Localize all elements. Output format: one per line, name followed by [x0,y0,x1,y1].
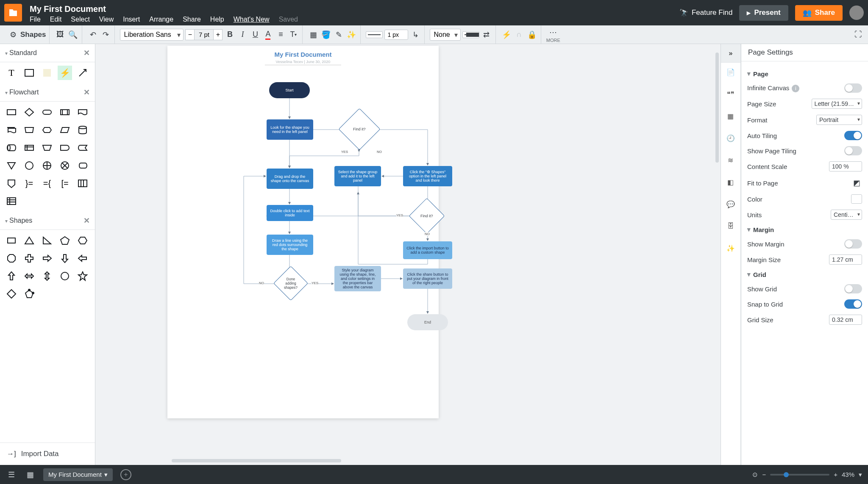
layers-tab-icon[interactable]: ≋ [726,155,736,165]
underline-icon[interactable]: U [250,29,261,40]
node-end[interactable]: End [407,314,448,330]
sh-pent[interactable] [58,233,72,248]
search-icon[interactable]: 🔍 [67,29,78,40]
node-look-shape[interactable]: Look for the shape you need in the left … [267,119,313,140]
fc-db[interactable] [75,123,90,137]
margin-section-h[interactable]: Margin [753,226,774,233]
app-logo[interactable] [4,4,22,22]
fc-intern[interactable] [22,141,36,155]
zoom-out-button[interactable]: − [762,471,766,478]
font-size-value[interactable]: 7 pt [195,29,213,40]
history-tab-icon[interactable]: 🕘 [726,133,736,143]
snap-grid-toggle[interactable] [844,299,862,309]
menu-whatsnew[interactable]: What's New [234,16,270,23]
zoom-slider[interactable] [770,474,829,476]
fill-select[interactable]: None [430,29,460,41]
bolt-icon[interactable]: ⚡ [501,29,512,40]
page-size-select[interactable]: Letter (21.59… [812,99,862,109]
fc-data[interactable] [58,123,72,137]
fullscreen-icon[interactable]: ⛶ [853,29,864,40]
menu-view[interactable]: View [99,16,114,23]
fill-icon[interactable]: 🪣 [320,29,331,40]
bold-icon[interactable]: B [224,29,235,40]
quote-tab-icon[interactable]: ❝❞ [726,89,736,99]
border-color-icon[interactable]: ✎ [333,29,344,40]
auto-tiling-toggle[interactable] [844,131,862,140]
user-avatar[interactable] [849,6,864,20]
node-select-group[interactable]: Select the shape group and add it to the… [334,166,381,186]
sh-circle[interactable] [58,269,72,283]
node-drag-drop[interactable]: Drag and drop the shape onto the canvas [267,169,313,189]
import-data-button[interactable]: →] Import Data [0,443,95,465]
sh-arrow-ud[interactable] [40,269,54,283]
show-tiling-toggle[interactable] [844,146,862,155]
redo-icon[interactable]: ↷ [100,29,111,40]
swap-icon[interactable]: ⇄ [481,29,492,40]
fc-brace-r[interactable]: }= [22,176,36,191]
sh-poly[interactable] [22,287,36,301]
gear-icon[interactable]: ⚙ [8,29,19,40]
page-tab-icon[interactable]: 📄 [726,67,736,77]
arrow-style-select[interactable] [462,31,479,38]
fc-table[interactable] [75,176,90,191]
node-click-shapes[interactable]: Click the "⚙ Shapes" option in the left … [403,166,452,186]
action-shape[interactable]: ⚡ [58,66,72,80]
fc-stored[interactable] [75,141,90,155]
infinite-canvas-toggle[interactable] [844,83,862,93]
sh-arrow-r[interactable] [40,251,54,266]
fc-delay[interactable] [58,141,72,155]
fc-process[interactable] [4,105,19,119]
more-menu-icon[interactable]: ⋯ [548,27,559,38]
fc-predef[interactable] [58,105,72,119]
page-selector[interactable]: My First Document▾ [43,468,113,481]
grid-view-icon[interactable]: ▦ [25,469,36,480]
sh-arrow-l[interactable] [75,251,90,266]
undo-icon[interactable]: ↶ [87,29,98,40]
sh-rtri[interactable] [40,233,54,248]
sh-hex[interactable] [75,233,90,248]
standard-section-header[interactable]: ▾Standard ✕ [0,44,95,62]
collapse-panel-button[interactable]: » [721,44,740,63]
h-scrollbar[interactable] [172,459,341,462]
note-shape[interactable] [40,66,54,80]
sh-arrow-lr[interactable] [22,269,36,283]
present-button[interactable]: ▸ Present [739,5,788,21]
menu-select[interactable]: Select [71,16,89,23]
grid-size-input[interactable]: 0.32 cm [829,315,862,325]
text-shape[interactable]: T [4,66,19,80]
font-family-select[interactable]: Liberation Sans [120,29,184,41]
fc-manual[interactable] [22,123,36,137]
theme-tab-icon[interactable]: ◧ [726,177,736,187]
format-select[interactable]: Portrait [816,115,862,125]
line-style-select[interactable] [366,31,383,38]
menu-arrange[interactable]: Arrange [149,16,173,23]
sh-star[interactable] [75,269,90,283]
present-tab-icon[interactable]: ▦ [726,111,736,121]
show-margin-toggle[interactable] [844,239,862,249]
doc-title[interactable]: My First Document [30,4,679,14]
feature-find-button[interactable]: 🔭 Feature Find [679,8,732,17]
fc-manual-op[interactable] [40,141,54,155]
rect-shape[interactable] [22,66,36,80]
magic-tab-icon[interactable]: ✨ [726,243,736,253]
fc-display[interactable] [75,158,90,173]
close-icon[interactable]: ✕ [83,216,90,225]
node-import[interactable]: Click the import button to add a custom … [403,241,452,259]
shapes-section-header[interactable]: ▾Shapes ✕ [0,212,95,230]
sh-tri[interactable] [22,233,36,248]
fc-prep[interactable] [40,123,54,137]
shape-style-icon[interactable]: ✨ [346,29,357,40]
fc-brace-l[interactable]: ={ [40,176,54,191]
lock-icon[interactable]: 🔒 [526,29,537,40]
units-select[interactable]: Centi… [831,210,862,220]
content-scale-input[interactable]: 100 % [829,161,862,171]
node-draw-line[interactable]: Draw a line using the red dots surroundi… [267,235,313,255]
list-view-icon[interactable]: ☰ [6,469,17,480]
v-scrollbar[interactable] [715,53,719,163]
fc-merge[interactable] [4,158,19,173]
text-size-icon[interactable]: T▾ [288,29,299,40]
shapes-toggle[interactable]: Shapes [20,30,46,39]
menu-share[interactable]: Share [183,16,201,23]
sh-rect[interactable] [4,233,19,248]
close-icon[interactable]: ✕ [83,88,90,97]
